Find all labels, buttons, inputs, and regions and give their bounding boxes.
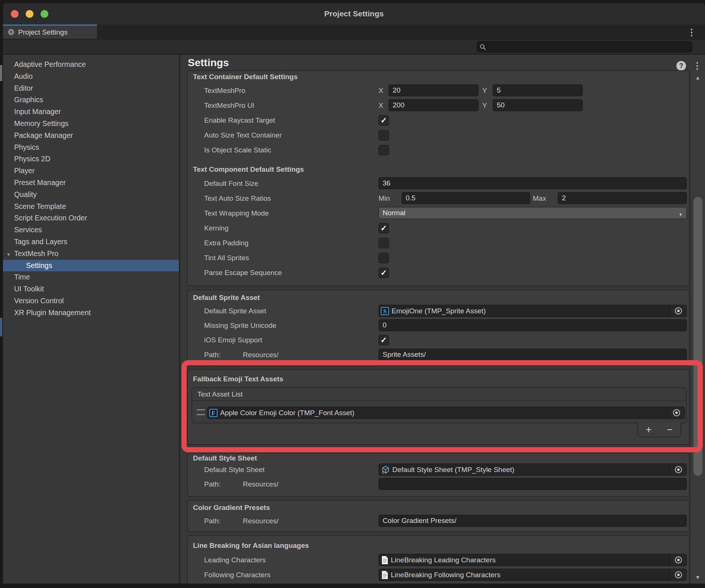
row-default-sprite-asset: Default Sprite Asset S EmojiOne (TMP_Spr…: [188, 304, 689, 319]
annotation-highlight-rectangle: [181, 360, 703, 452]
sidebar-item-xr-plugin-management[interactable]: XR Plugin Management: [3, 307, 179, 319]
default-font-size-input[interactable]: 36: [379, 177, 687, 189]
sidebar-item-textmesh-pro[interactable]: TextMesh Pro: [3, 248, 179, 260]
textmeshpro-ui-x-input[interactable]: 200: [389, 99, 479, 111]
target-picker-icon: [675, 466, 682, 473]
sidebar-item-version-control[interactable]: Version Control: [3, 295, 179, 307]
sidebar-item-tags-and-layers[interactable]: Tags and Layers: [3, 236, 179, 248]
textmeshpro-ui-y-input[interactable]: 50: [493, 99, 583, 111]
row-missing-sprite-unicode: Missing Sprite Unicode 0: [188, 318, 689, 333]
row-text-auto-size-ratios: Text Auto Size Ratios Min 0.5 Max 2: [188, 191, 689, 206]
search-row: [3, 40, 705, 55]
sidebar-item-preset-manager[interactable]: Preset Manager: [3, 177, 179, 189]
color-gradient-path-input[interactable]: Color Gradient Presets/: [379, 515, 687, 527]
background-window-edge: [0, 65, 2, 81]
sidebar-item-input-manager[interactable]: Input Manager: [3, 106, 179, 118]
search-input[interactable]: [477, 41, 692, 52]
text-wrapping-mode-dropdown[interactable]: Normal: [379, 207, 687, 219]
sidebar-item-memory-settings[interactable]: Memory Settings: [3, 118, 179, 130]
ios-emoji-support-checkbox[interactable]: [379, 335, 389, 345]
tab-label: Project Settings: [18, 28, 68, 36]
sidebar-item-time[interactable]: Time: [3, 271, 179, 283]
kerning-checkbox[interactable]: [379, 223, 389, 233]
sprite-asset-path-input[interactable]: Sprite Assets/: [379, 349, 687, 361]
object-picker-button[interactable]: [670, 569, 686, 581]
style-sheet-path-input[interactable]: [379, 478, 687, 490]
row-is-object-scale-static: Is Object Scale Static: [188, 143, 689, 158]
object-picker-button[interactable]: [670, 554, 686, 566]
row-leading-characters: Leading Characters LineBreaking Lead: [188, 553, 689, 568]
row-enable-raycast-target: Enable Raycast Target: [188, 113, 689, 128]
section-color-gradient-presets: Color Gradient Presets Path: Resources/ …: [187, 500, 690, 532]
tab-kebab-menu-icon[interactable]: [687, 27, 696, 38]
extra-padding-checkbox[interactable]: [379, 238, 389, 248]
sidebar-item-adaptive-performance[interactable]: Adaptive Performance: [3, 59, 179, 71]
sidebar-item-audio[interactable]: Audio: [3, 71, 179, 83]
following-characters-object-field[interactable]: LineBreaking Following Characters: [379, 569, 687, 581]
sidebar-item-package-manager[interactable]: Package Manager: [3, 130, 179, 142]
row-auto-size-text-container: Auto Size Text Container: [188, 128, 689, 143]
page-title: Settings: [188, 57, 229, 69]
missing-sprite-unicode-input[interactable]: 0: [379, 319, 687, 331]
sidebar-item-graphics[interactable]: Graphics: [3, 94, 179, 106]
sidebar-item-script-execution-order[interactable]: Script Execution Order: [3, 212, 179, 224]
sidebar-item-textmeshpro-settings[interactable]: Settings: [3, 260, 179, 272]
tab-project-settings[interactable]: Project Settings: [3, 25, 97, 39]
sidebar-item-physics[interactable]: Physics: [3, 142, 179, 154]
section-header: Text Container Default Settings: [193, 73, 298, 81]
section-header: Text Component Default Settings: [193, 165, 304, 174]
sidebar-item-services[interactable]: Services: [3, 224, 179, 236]
object-picker-button[interactable]: [670, 305, 686, 317]
auto-size-max-input[interactable]: 2: [558, 192, 687, 204]
background-window-edge-blue: [0, 318, 2, 336]
text-asset-icon: [381, 571, 389, 579]
sidebar-item-ui-toolkit[interactable]: UI Toolkit: [3, 283, 179, 295]
object-picker-button[interactable]: [670, 464, 686, 475]
enable-raycast-target-checkbox[interactable]: [379, 115, 389, 126]
vertical-scrollbar[interactable]: [690, 71, 705, 584]
chevron-down-icon[interactable]: [6, 248, 11, 261]
textmeshpro-y-input[interactable]: 5: [493, 84, 583, 96]
target-picker-icon: [675, 571, 682, 578]
row-ios-emoji-support: iOS Emoji Support: [188, 333, 689, 348]
sidebar-item-scene-template[interactable]: Scene Template: [3, 201, 179, 213]
target-picker-icon: [675, 307, 682, 314]
leading-characters-object-field[interactable]: LineBreaking Leading Characters: [379, 554, 687, 566]
sidebar-item-player[interactable]: Player: [3, 165, 179, 177]
titlebar: Project Settings: [3, 3, 705, 25]
settings-panel: Settings ? Text Container Default Settin…: [180, 55, 705, 584]
row-kerning: Kerning: [188, 221, 689, 236]
panel-kebab-menu-icon[interactable]: [693, 61, 702, 71]
row-text-wrapping-mode: Text Wrapping Mode Normal: [188, 206, 689, 221]
section-default-sprite-asset: Default Sprite Asset Default Sprite Asse…: [187, 290, 690, 366]
sidebar-item-quality[interactable]: Quality: [3, 189, 179, 201]
row-default-font-size: Default Font Size 36: [188, 176, 689, 191]
textmeshpro-x-input[interactable]: 20: [389, 84, 479, 96]
sidebar-item-editor[interactable]: Editor: [3, 83, 179, 94]
section-header: Default Style Sheet: [193, 454, 257, 462]
text-asset-icon: [381, 556, 389, 565]
target-picker-icon: [675, 556, 682, 563]
section-header: Default Sprite Asset: [193, 294, 260, 302]
section-header: Color Gradient Presets: [193, 504, 270, 512]
scroll-up-icon[interactable]: [690, 74, 705, 81]
window-title: Project Settings: [3, 3, 705, 25]
help-icon[interactable]: ?: [676, 61, 686, 71]
tint-all-sprites-checkbox[interactable]: [379, 253, 389, 263]
row-style-sheet-path: Path: Resources/: [188, 477, 689, 492]
scroll-down-icon[interactable]: [690, 574, 705, 581]
row-textmeshpro: TextMeshPro X 20 Y 5: [188, 83, 689, 98]
default-sprite-asset-object-field[interactable]: S EmojiOne (TMP_Sprite Asset): [379, 305, 687, 317]
chevron-down-icon: [679, 211, 683, 217]
default-style-sheet-object-field[interactable]: {} Default Style Sheet (TMP_Style Sheet): [379, 463, 687, 476]
gear-icon: [7, 28, 15, 36]
auto-size-min-input[interactable]: 0.5: [402, 192, 530, 204]
row-textmeshpro-ui: TextMeshPro UI X 200 Y 50: [188, 98, 689, 113]
row-color-gradient-path: Path: Resources/ Color Gradient Presets/: [188, 514, 689, 529]
scriptable-object-icon: {}: [381, 465, 390, 474]
sidebar-item-physics-2d[interactable]: Physics 2D: [3, 153, 179, 165]
parse-escape-sequence-checkbox[interactable]: [379, 268, 389, 278]
sprite-asset-icon: S: [381, 307, 389, 315]
auto-size-text-container-checkbox[interactable]: [379, 130, 389, 140]
is-object-scale-static-checkbox[interactable]: [379, 145, 389, 155]
